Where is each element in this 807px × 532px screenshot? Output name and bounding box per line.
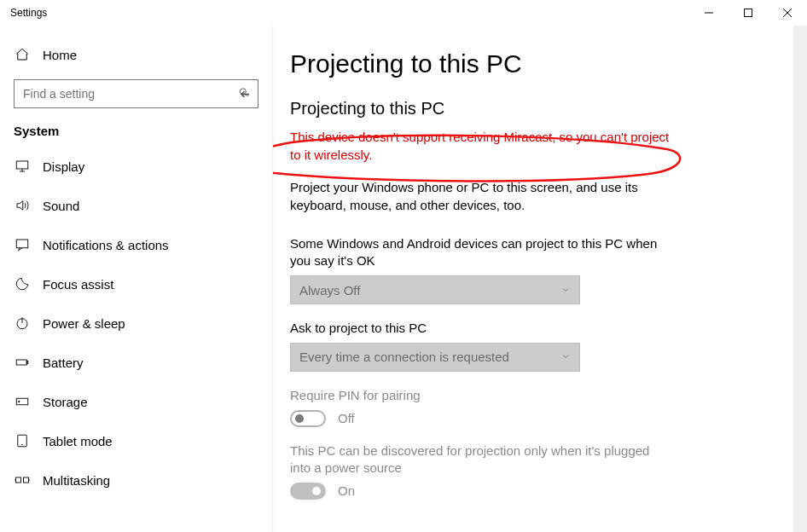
- ask-to-project-dropdown[interactable]: Every time a connection is requested: [290, 343, 580, 372]
- sidebar-item-label: Battery: [43, 356, 84, 370]
- miracast-error-message: This device doesn't support receiving Mi…: [290, 129, 674, 164]
- sidebar-item-sound[interactable]: Sound: [0, 186, 272, 225]
- setting-label: This PC can be discovered for projection…: [290, 442, 665, 477]
- setting-require-pin: Require PIN for pairing Off: [290, 387, 790, 427]
- svg-rect-6: [16, 161, 28, 169]
- sidebar-item-notifications[interactable]: Notifications & actions: [0, 225, 272, 264]
- svg-rect-13: [26, 361, 28, 364]
- setting-label: Some Windows and Android devices can pro…: [290, 235, 665, 270]
- titlebar: Settings: [0, 0, 807, 26]
- sidebar-item-power-sleep[interactable]: Power & sleep: [0, 304, 272, 343]
- tablet-icon: [14, 433, 31, 448]
- sidebar-heading: System: [0, 108, 272, 147]
- sidebar-item-battery[interactable]: Battery: [0, 343, 272, 382]
- sidebar-home-label: Home: [43, 48, 77, 62]
- setting-allow-projection: Some Windows and Android devices can pro…: [290, 235, 790, 304]
- svg-line-5: [245, 94, 247, 96]
- toggle-value: Off: [338, 411, 355, 425]
- svg-rect-9: [16, 240, 28, 248]
- page-title: Projecting to this PC: [290, 46, 790, 78]
- window-controls: [689, 0, 807, 26]
- toggle-value: On: [338, 483, 355, 498]
- allow-projection-dropdown[interactable]: Always Off: [290, 275, 580, 304]
- setting-label: Ask to project to this PC: [290, 320, 665, 338]
- sidebar-item-label: Storage: [43, 395, 88, 409]
- search-icon: [238, 87, 250, 101]
- search-input[interactable]: [14, 79, 258, 108]
- notifications-icon: [14, 237, 31, 252]
- sidebar-item-storage[interactable]: Storage: [0, 382, 272, 421]
- close-button[interactable]: [768, 0, 807, 26]
- svg-point-15: [19, 401, 20, 402]
- sidebar-item-tablet-mode[interactable]: Tablet mode: [0, 421, 272, 460]
- battery-icon: [14, 355, 31, 370]
- home-icon: [14, 47, 31, 62]
- maximize-button[interactable]: [729, 0, 768, 26]
- svg-rect-1: [745, 9, 752, 17]
- power-icon: [14, 315, 31, 331]
- svg-rect-19: [24, 477, 29, 483]
- sidebar-item-multitasking[interactable]: Multitasking: [0, 460, 272, 500]
- window-title: Settings: [10, 7, 47, 19]
- svg-rect-18: [16, 477, 21, 483]
- multitasking-icon: [14, 472, 31, 488]
- display-icon: [14, 159, 31, 174]
- sidebar-item-focus-assist[interactable]: Focus assist: [0, 264, 272, 304]
- sidebar-item-label: Focus assist: [43, 277, 113, 292]
- sidebar-item-label: Display: [43, 159, 84, 174]
- content-pane: Projecting to this PC Projecting to this…: [273, 26, 807, 532]
- section-title: Projecting to this PC: [290, 99, 790, 119]
- sidebar-item-label: Sound: [43, 199, 79, 213]
- focus-assist-icon: [14, 276, 31, 292]
- dropdown-value: Every time a connection is requested: [299, 350, 509, 364]
- setting-label: Require PIN for pairing: [290, 387, 665, 405]
- dropdown-value: Always Off: [299, 283, 360, 298]
- scrollbar[interactable]: [793, 26, 807, 532]
- storage-icon: [14, 394, 31, 409]
- discover-plugged-toggle[interactable]: [290, 483, 326, 500]
- sound-icon: [14, 198, 31, 213]
- sidebar-item-label: Power & sleep: [43, 316, 125, 331]
- minimize-button[interactable]: [689, 0, 729, 26]
- svg-point-4: [240, 89, 246, 95]
- sidebar-item-display[interactable]: Display: [0, 147, 272, 186]
- sidebar-item-label: Tablet mode: [43, 434, 113, 448]
- svg-rect-12: [16, 360, 26, 365]
- chevron-down-icon: [560, 350, 571, 364]
- setting-discover-plugged: This PC can be discovered for projection…: [290, 442, 790, 500]
- setting-ask-to-project: Ask to project to this PC Every time a c…: [290, 320, 790, 372]
- require-pin-toggle[interactable]: [290, 410, 326, 427]
- sidebar-home[interactable]: Home: [0, 38, 272, 71]
- sidebar-item-label: Notifications & actions: [43, 238, 169, 252]
- sidebar: Home ➔ System Display Sound Notification…: [0, 26, 273, 532]
- chevron-down-icon: [560, 283, 571, 298]
- project-description: Project your Windows phone or PC to this…: [290, 179, 648, 214]
- sidebar-item-label: Multitasking: [43, 473, 110, 488]
